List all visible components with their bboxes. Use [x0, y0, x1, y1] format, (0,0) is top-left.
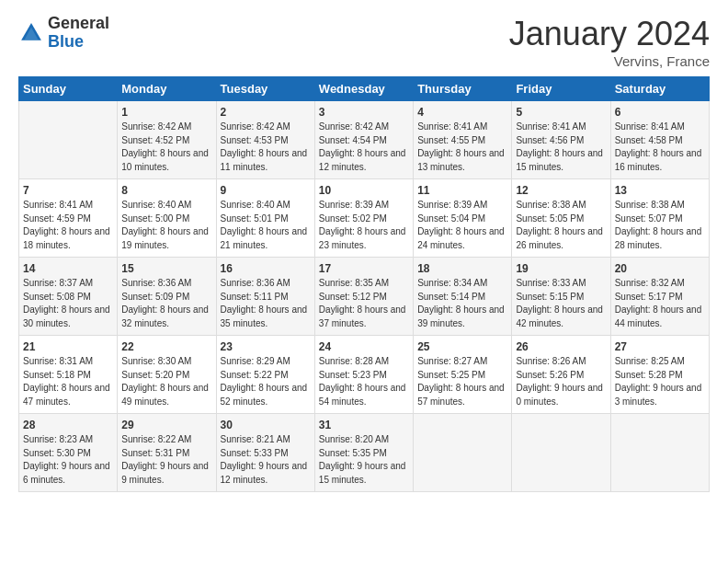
col-header-thursday: Thursday — [414, 77, 512, 101]
day-number: 15 — [121, 262, 211, 275]
logo-icon — [18, 20, 44, 46]
day-cell: 27Sunrise: 8:25 AMSunset: 5:28 PMDayligh… — [610, 336, 709, 414]
day-info: Sunrise: 8:39 AMSunset: 5:02 PMDaylight:… — [319, 200, 406, 250]
day-cell: 4Sunrise: 8:41 AMSunset: 4:55 PMDaylight… — [414, 101, 512, 179]
day-number: 16 — [221, 262, 311, 275]
day-cell: 1Sunrise: 8:42 AMSunset: 4:52 PMDaylight… — [118, 101, 216, 179]
day-info: Sunrise: 8:42 AMSunset: 4:54 PMDaylight:… — [319, 121, 406, 172]
day-cell — [19, 101, 118, 179]
day-info: Sunrise: 8:41 AMSunset: 4:56 PMDaylight:… — [516, 121, 603, 172]
day-cell: 17Sunrise: 8:35 AMSunset: 5:12 PMDayligh… — [314, 258, 413, 336]
day-info: Sunrise: 8:41 AMSunset: 4:55 PMDaylight:… — [417, 121, 505, 172]
day-cell: 10Sunrise: 8:39 AMSunset: 5:02 PMDayligh… — [314, 179, 413, 258]
title-block: January 2024 Vervins, France — [509, 15, 710, 69]
day-cell: 8Sunrise: 8:40 AMSunset: 5:00 PMDaylight… — [118, 179, 216, 258]
location-text: Vervins, France — [509, 53, 710, 69]
day-info: Sunrise: 8:42 AMSunset: 4:52 PMDaylight:… — [121, 121, 209, 172]
day-cell: 7Sunrise: 8:41 AMSunset: 4:59 PMDaylight… — [19, 179, 118, 258]
day-info: Sunrise: 8:37 AMSunset: 5:08 PMDaylight:… — [23, 278, 110, 328]
day-number: 5 — [516, 106, 606, 119]
week-row-3: 14Sunrise: 8:37 AMSunset: 5:08 PMDayligh… — [19, 258, 710, 336]
day-info: Sunrise: 8:29 AMSunset: 5:22 PMDaylight:… — [221, 356, 308, 407]
col-header-tuesday: Tuesday — [216, 77, 314, 101]
day-cell: 26Sunrise: 8:26 AMSunset: 5:26 PMDayligh… — [512, 336, 610, 414]
week-row-2: 7Sunrise: 8:41 AMSunset: 4:59 PMDaylight… — [19, 179, 710, 258]
day-info: Sunrise: 8:42 AMSunset: 4:53 PMDaylight:… — [221, 121, 308, 172]
day-cell: 29Sunrise: 8:22 AMSunset: 5:31 PMDayligh… — [118, 414, 216, 492]
day-info: Sunrise: 8:30 AMSunset: 5:20 PMDaylight:… — [121, 356, 209, 407]
day-info: Sunrise: 8:20 AMSunset: 5:35 PMDaylight:… — [319, 434, 406, 485]
day-cell: 16Sunrise: 8:36 AMSunset: 5:11 PMDayligh… — [216, 258, 314, 336]
day-cell: 14Sunrise: 8:37 AMSunset: 5:08 PMDayligh… — [19, 258, 118, 336]
day-number: 9 — [221, 184, 311, 197]
day-number: 11 — [417, 184, 507, 197]
day-cell: 21Sunrise: 8:31 AMSunset: 5:18 PMDayligh… — [19, 336, 118, 414]
week-row-4: 21Sunrise: 8:31 AMSunset: 5:18 PMDayligh… — [19, 336, 710, 414]
logo-blue-text: Blue — [48, 33, 109, 52]
day-cell: 9Sunrise: 8:40 AMSunset: 5:01 PMDaylight… — [216, 179, 314, 258]
day-info: Sunrise: 8:38 AMSunset: 5:05 PMDaylight:… — [516, 200, 603, 250]
day-number: 21 — [23, 340, 113, 353]
day-cell: 22Sunrise: 8:30 AMSunset: 5:20 PMDayligh… — [118, 336, 216, 414]
day-number: 13 — [615, 184, 705, 197]
col-header-saturday: Saturday — [610, 77, 709, 101]
day-cell: 3Sunrise: 8:42 AMSunset: 4:54 PMDaylight… — [314, 101, 413, 179]
day-info: Sunrise: 8:28 AMSunset: 5:23 PMDaylight:… — [319, 356, 406, 407]
day-cell: 18Sunrise: 8:34 AMSunset: 5:14 PMDayligh… — [414, 258, 512, 336]
day-number: 29 — [121, 419, 211, 431]
day-info: Sunrise: 8:32 AMSunset: 5:17 PMDaylight:… — [615, 278, 702, 328]
day-info: Sunrise: 8:31 AMSunset: 5:18 PMDaylight:… — [23, 356, 110, 407]
page-header: General Blue January 2024 Vervins, Franc… — [18, 15, 710, 69]
day-cell: 31Sunrise: 8:20 AMSunset: 5:35 PMDayligh… — [314, 414, 413, 492]
day-number: 24 — [319, 340, 409, 353]
day-number: 8 — [121, 184, 211, 197]
col-header-friday: Friday — [512, 77, 610, 101]
day-cell: 11Sunrise: 8:39 AMSunset: 5:04 PMDayligh… — [414, 179, 512, 258]
col-header-monday: Monday — [118, 77, 216, 101]
day-info: Sunrise: 8:22 AMSunset: 5:31 PMDaylight:… — [121, 434, 209, 485]
day-info: Sunrise: 8:35 AMSunset: 5:12 PMDaylight:… — [319, 278, 406, 328]
day-cell: 6Sunrise: 8:41 AMSunset: 4:58 PMDaylight… — [610, 101, 709, 179]
day-cell: 24Sunrise: 8:28 AMSunset: 5:23 PMDayligh… — [314, 336, 413, 414]
day-number: 25 — [417, 340, 507, 353]
day-number: 22 — [121, 340, 211, 353]
day-info: Sunrise: 8:41 AMSunset: 4:58 PMDaylight:… — [615, 121, 702, 172]
day-number: 7 — [23, 184, 113, 197]
day-cell: 2Sunrise: 8:42 AMSunset: 4:53 PMDaylight… — [216, 101, 314, 179]
day-info: Sunrise: 8:38 AMSunset: 5:07 PMDaylight:… — [615, 200, 702, 250]
day-number: 28 — [23, 419, 113, 431]
day-info: Sunrise: 8:39 AMSunset: 5:04 PMDaylight:… — [417, 200, 505, 250]
day-info: Sunrise: 8:27 AMSunset: 5:25 PMDaylight:… — [417, 356, 505, 407]
day-cell: 28Sunrise: 8:23 AMSunset: 5:30 PMDayligh… — [19, 414, 118, 492]
day-info: Sunrise: 8:36 AMSunset: 5:09 PMDaylight:… — [121, 278, 209, 328]
day-cell: 5Sunrise: 8:41 AMSunset: 4:56 PMDaylight… — [512, 101, 610, 179]
day-number: 12 — [516, 184, 606, 197]
col-header-sunday: Sunday — [19, 77, 118, 101]
day-number: 31 — [319, 419, 409, 431]
day-number: 1 — [121, 106, 211, 119]
day-cell: 19Sunrise: 8:33 AMSunset: 5:15 PMDayligh… — [512, 258, 610, 336]
day-cell — [414, 414, 512, 492]
day-number: 6 — [615, 106, 705, 119]
day-info: Sunrise: 8:21 AMSunset: 5:33 PMDaylight:… — [221, 434, 308, 485]
day-number: 30 — [221, 419, 311, 431]
day-cell: 13Sunrise: 8:38 AMSunset: 5:07 PMDayligh… — [610, 179, 709, 258]
logo-text: General Blue — [48, 15, 109, 52]
day-info: Sunrise: 8:41 AMSunset: 4:59 PMDaylight:… — [23, 200, 110, 250]
day-info: Sunrise: 8:33 AMSunset: 5:15 PMDaylight:… — [516, 278, 603, 328]
day-cell: 20Sunrise: 8:32 AMSunset: 5:17 PMDayligh… — [610, 258, 709, 336]
week-row-1: 1Sunrise: 8:42 AMSunset: 4:52 PMDaylight… — [19, 101, 710, 179]
day-cell: 15Sunrise: 8:36 AMSunset: 5:09 PMDayligh… — [118, 258, 216, 336]
day-number: 19 — [516, 262, 606, 275]
day-number: 18 — [417, 262, 507, 275]
logo-general-text: General — [48, 15, 109, 33]
month-title: January 2024 — [509, 15, 710, 53]
day-cell: 30Sunrise: 8:21 AMSunset: 5:33 PMDayligh… — [216, 414, 314, 492]
day-number: 27 — [615, 340, 705, 353]
day-info: Sunrise: 8:34 AMSunset: 5:14 PMDaylight:… — [417, 278, 505, 328]
day-number: 10 — [319, 184, 409, 197]
day-number: 14 — [23, 262, 113, 275]
day-number: 23 — [221, 340, 311, 353]
day-info: Sunrise: 8:40 AMSunset: 5:01 PMDaylight:… — [221, 200, 308, 250]
day-number: 4 — [417, 106, 507, 119]
